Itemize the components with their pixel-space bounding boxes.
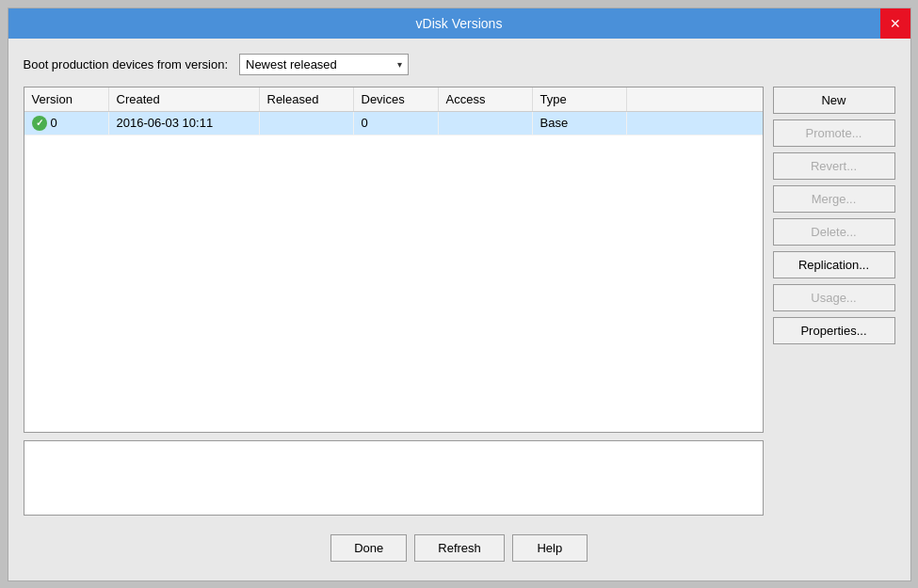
right-panel: New Promote... Revert... Merge... Delete… [773,87,895,516]
status-check-icon [32,116,47,131]
merge-button[interactable]: Merge... [773,185,895,213]
col-access: Access [439,87,533,111]
cell-devices: 0 [354,112,439,135]
version-dropdown[interactable]: Newest released ▾ [239,54,409,75]
chevron-down-icon: ▾ [397,59,402,70]
col-devices: Devices [354,87,439,111]
promote-button[interactable]: Promote... [773,119,895,147]
col-type: Type [533,87,627,111]
table-body: 0 2016-06-03 10:11 0 Base [24,112,763,432]
refresh-button[interactable]: Refresh [414,534,505,562]
dropdown-selected-value: Newest released [246,57,337,72]
cell-type: Base [533,112,627,135]
table-header: Version Created Released Devices Access … [24,87,763,112]
revert-button[interactable]: Revert... [773,152,895,180]
table-row[interactable]: 0 2016-06-03 10:11 0 Base [24,112,763,135]
vdisk-versions-dialog: vDisk Versions ✕ Boot production devices… [8,8,911,581]
usage-button[interactable]: Usage... [773,284,895,311]
cell-created: 2016-06-03 10:11 [109,112,260,135]
top-bar: Boot production devices from version: Ne… [24,54,895,75]
left-panel: Version Created Released Devices Access … [24,87,764,516]
info-box [24,440,764,516]
col-created: Created [109,87,260,111]
properties-button[interactable]: Properties... [773,317,895,344]
cell-access [439,112,533,135]
cell-version: 0 [24,112,109,135]
col-version: Version [24,87,109,111]
replication-button[interactable]: Replication... [773,251,895,278]
done-button[interactable]: Done [330,534,407,562]
new-button[interactable]: New [773,87,895,114]
dialog-body: Boot production devices from version: Ne… [8,39,910,580]
col-released: Released [260,87,354,111]
title-bar: vDisk Versions ✕ [8,8,910,39]
versions-table: Version Created Released Devices Access … [24,87,764,433]
main-content: Version Created Released Devices Access … [24,87,895,516]
bottom-bar: Done Refresh Help [24,527,895,565]
close-button[interactable]: ✕ [880,8,910,39]
delete-button[interactable]: Delete... [773,218,895,246]
dialog-title: vDisk Versions [416,16,503,31]
cell-released [260,112,354,135]
help-button[interactable]: Help [512,534,588,562]
boot-label: Boot production devices from version: [24,57,229,72]
